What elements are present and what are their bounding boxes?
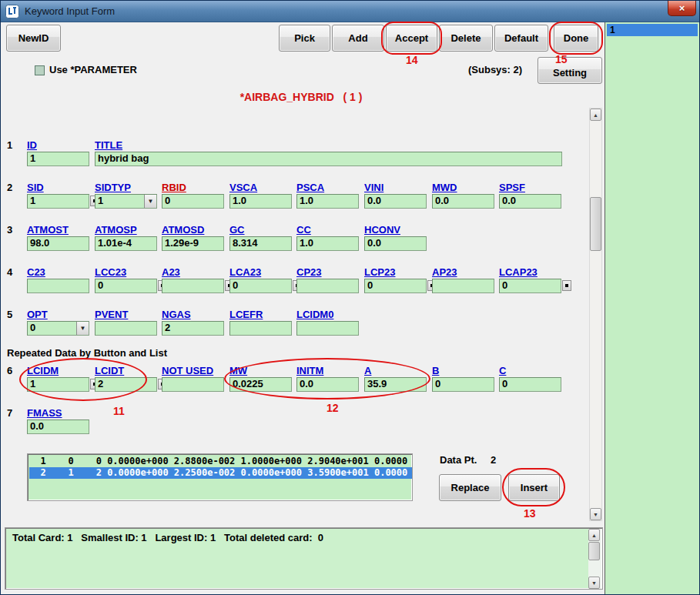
field-input-title[interactable]: hybrid bag [95, 152, 562, 166]
combo-arrow-icon[interactable]: ▼ [76, 322, 89, 335]
status-scroll-up-button[interactable]: ▲ [588, 529, 600, 541]
scroll-down-button[interactable]: ▼ [590, 508, 601, 520]
insert-button[interactable]: Insert [508, 474, 560, 501]
field-input-spsf[interactable]: 0.0 [499, 194, 561, 209]
field-link-lcc23[interactable]: LCC23 [95, 266, 126, 278]
field-link-opt[interactable]: OPT [27, 309, 48, 320]
field-input-atmosp[interactable]: 1.01e-4 [95, 236, 157, 251]
field-link-vsca[interactable]: VSCA [229, 182, 257, 193]
field-link-vini[interactable]: VINI [364, 182, 383, 193]
field-input-lcp23[interactable]: 0 [364, 279, 427, 293]
field-link-id[interactable]: ID [27, 139, 37, 151]
field-input-lca23[interactable]: 0 [229, 279, 292, 293]
field-link-rbid[interactable]: RBID [162, 182, 186, 193]
field-link-c[interactable]: C [499, 365, 506, 376]
field-input-ngas[interactable]: 2 [162, 321, 224, 336]
field-link-lca23[interactable]: LCA23 [229, 266, 261, 278]
field-link-lcidm0[interactable]: LCIDM0 [296, 309, 333, 320]
field-link-mwd[interactable]: MWD [432, 182, 457, 193]
field-link-cp23[interactable]: CP23 [296, 266, 322, 278]
field-link-atmosd[interactable]: ATMOSD [162, 224, 204, 236]
link-dot-button[interactable] [562, 280, 571, 291]
field-input-atmosd[interactable]: 1.29e-9 [162, 236, 224, 251]
field-input-lcidm[interactable]: 1 [27, 377, 89, 392]
field-link-lcp23[interactable]: LCP23 [364, 266, 395, 278]
field-input-pvent[interactable] [95, 321, 157, 336]
form-scrollbar[interactable]: ▲ ▼ [589, 108, 602, 521]
scroll-up-button[interactable]: ▲ [590, 109, 601, 121]
field-link-lcidt[interactable]: LCIDT [95, 365, 124, 376]
field-input-initm[interactable]: 0.0 [296, 377, 359, 392]
field-link-atmosp[interactable]: ATMOSP [95, 224, 137, 236]
field-input-gc[interactable]: 8.314 [229, 236, 292, 251]
field-input-atmost[interactable]: 98.0 [27, 236, 89, 251]
field-input-hconv[interactable]: 0.0 [364, 236, 427, 251]
field-input-lcc23[interactable]: 0 [95, 279, 157, 293]
combo-arrow-icon[interactable]: ▼ [144, 195, 156, 208]
field-link-fmass[interactable]: FMASS [27, 407, 62, 419]
data-list-row[interactable]: 2 1 2 0.0000e+000 2.2500e-002 0.0000e+00… [29, 467, 412, 479]
field-link-pvent[interactable]: PVENT [95, 309, 128, 320]
field-input-cp23[interactable] [296, 279, 359, 293]
field-input-c23[interactable] [27, 279, 89, 293]
status-scroll-down-button[interactable]: ▼ [588, 577, 600, 589]
default-button[interactable]: Default [494, 25, 548, 52]
titlebar[interactable]: Keyword Input Form × [1, 1, 699, 22]
field-link-hconv[interactable]: HCONV [364, 224, 400, 236]
field-input-psca[interactable]: 1.0 [296, 194, 359, 209]
status-scrollbar[interactable]: ▲ ▼ [588, 529, 601, 589]
field-link-atmost[interactable]: ATMOST [27, 224, 69, 236]
field-input-id[interactable]: 1 [27, 152, 89, 166]
field-link-spsf[interactable]: SPSF [499, 182, 525, 193]
delete-button[interactable]: Delete [439, 25, 493, 52]
field-link-ap23[interactable]: AP23 [432, 266, 457, 278]
field-link-gc[interactable]: GC [229, 224, 245, 236]
field-link-lcidm[interactable]: LCIDM [27, 365, 59, 376]
field-link-not-used[interactable]: NOT USED [162, 365, 213, 376]
data-point-listbox[interactable]: 1 0 0 0.0000e+000 2.8800e-002 1.0000e+00… [27, 453, 413, 501]
data-list-row[interactable]: 1 0 0 0.0000e+000 2.8800e-002 1.0000e+00… [29, 456, 412, 467]
field-input-rbid[interactable]: 0 [162, 194, 224, 209]
field-link-a23[interactable]: A23 [162, 266, 180, 278]
field-link-a[interactable]: A [364, 365, 371, 376]
field-link-sidtyp[interactable]: SIDTYP [95, 182, 131, 193]
field-input-vsca[interactable]: 1.0 [229, 194, 292, 209]
done-button[interactable]: Done [554, 25, 598, 52]
field-input-mw[interactable]: 0.0225 [229, 377, 292, 392]
field-link-mw[interactable]: MW [229, 365, 247, 376]
field-link-psca[interactable]: PSCA [296, 182, 324, 193]
field-link-lcefr[interactable]: LCEFR [229, 309, 263, 320]
field-link-title[interactable]: TITLE [95, 139, 122, 151]
field-link-cc[interactable]: CC [296, 224, 311, 236]
field-link-c23[interactable]: C23 [27, 266, 45, 278]
newid-button[interactable]: NewID [6, 25, 61, 52]
pick-button[interactable]: Pick [279, 25, 330, 52]
field-input-mwd[interactable]: 0.0 [432, 194, 494, 209]
field-input-sidtyp[interactable]: 1▼ [95, 194, 157, 209]
field-input-ap23[interactable] [432, 279, 494, 293]
replace-button[interactable]: Replace [439, 474, 501, 501]
field-link-b[interactable]: B [432, 365, 439, 376]
field-input-lcefr[interactable] [229, 321, 292, 336]
add-button[interactable]: Add [332, 25, 384, 52]
field-input-a23[interactable] [162, 279, 224, 293]
keyword-card-panel[interactable]: 1 [605, 22, 699, 594]
field-input-a[interactable]: 35.9 [364, 377, 427, 392]
field-input-lcidt[interactable]: 2 [95, 377, 157, 392]
accept-button[interactable]: Accept [386, 25, 437, 52]
field-input-not-used[interactable] [162, 377, 224, 392]
field-input-c[interactable]: 0 [499, 377, 561, 392]
field-input-lcap23[interactable]: 0 [499, 279, 561, 293]
field-link-lcap23[interactable]: LCAP23 [499, 266, 538, 278]
field-input-opt[interactable]: 0▼ [27, 321, 89, 336]
field-input-cc[interactable]: 1.0 [296, 236, 359, 251]
field-input-lcidm0[interactable] [296, 321, 359, 336]
use-parameter-checkbox[interactable] [35, 65, 45, 75]
field-link-sid[interactable]: SID [27, 182, 44, 193]
form-scrollbar-thumb[interactable] [590, 197, 601, 251]
field-link-ngas[interactable]: NGAS [162, 309, 191, 320]
keyword-card-item[interactable]: 1 [607, 24, 698, 36]
field-input-sid[interactable]: 1 [27, 194, 89, 209]
setting-button[interactable]: Setting [538, 57, 602, 84]
field-input-vini[interactable]: 0.0 [364, 194, 427, 209]
